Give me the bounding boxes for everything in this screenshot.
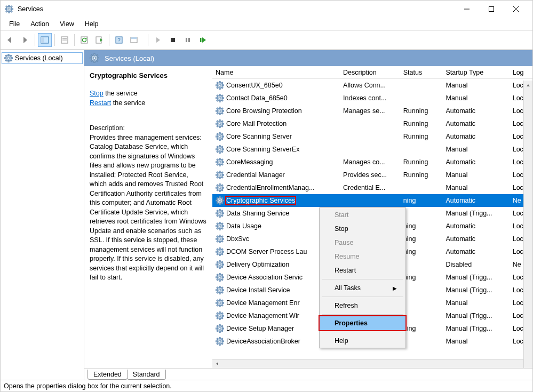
stop-service-button[interactable] (166, 33, 180, 47)
service-startup: Manual (442, 92, 509, 105)
service-startup: Manual (Trigg... (442, 284, 509, 297)
restart-service-button[interactable] (196, 33, 210, 47)
svg-rect-11 (489, 7, 494, 12)
service-description: Allows Conn... (340, 79, 400, 92)
forward-button[interactable] (18, 33, 32, 47)
menu-help[interactable]: Help (79, 20, 104, 28)
table-row[interactable]: Contact Data_685e0Indexes cont...ManualL… (212, 92, 532, 105)
menu-view[interactable]: View (54, 20, 79, 28)
service-name: CoreMessaging (226, 158, 273, 166)
cm-refresh[interactable]: Refresh (320, 299, 405, 313)
table-row[interactable]: Cryptographic ServicesningAutomaticNe (212, 194, 532, 207)
service-status: ning (400, 194, 443, 207)
detail-pane: Cryptographic Services Stop the service … (84, 67, 212, 368)
table-row[interactable]: CredentialEnrollmentManag...Credential E… (212, 181, 532, 194)
svg-rect-25 (131, 37, 137, 39)
cm-help[interactable]: Help (320, 334, 405, 348)
restart-suffix: the service (111, 99, 145, 107)
header-icon (90, 53, 99, 63)
back-button[interactable] (3, 33, 17, 47)
service-icon (216, 81, 224, 90)
svg-rect-28 (188, 38, 190, 42)
tab-standard[interactable]: Standard (127, 370, 166, 380)
service-startup: Manual (442, 79, 509, 92)
service-startup: Manual (Trigg... (442, 322, 509, 335)
service-startup: Automatic (442, 130, 509, 143)
menu-action[interactable]: Action (25, 20, 54, 28)
service-icon (216, 222, 224, 230)
start-service-button[interactable] (151, 33, 165, 47)
refresh-button[interactable] (77, 33, 91, 47)
vertical-scrollbar[interactable] (523, 81, 532, 368)
show-hide-action-button[interactable] (127, 33, 141, 47)
service-description (340, 194, 400, 207)
service-name: Data Usage (226, 222, 261, 230)
close-button[interactable] (504, 1, 528, 17)
cm-stop[interactable]: Stop (320, 222, 405, 236)
service-icon (216, 94, 224, 102)
scroll-up-icon[interactable] (524, 81, 532, 90)
service-name: Device Association Servic (226, 274, 303, 281)
svg-rect-15 (41, 37, 44, 43)
table-row[interactable]: Core Browsing ProtectionManages se...Run… (212, 105, 532, 117)
service-status (400, 207, 443, 220)
service-startup: Automatic (442, 233, 509, 245)
table-row[interactable]: Core Scanning ServerRunningAutomaticLoc (212, 130, 532, 143)
svg-rect-29 (200, 38, 202, 42)
minimize-button[interactable] (455, 1, 479, 17)
submenu-arrow-icon: ▶ (393, 285, 397, 291)
service-name: Core Scanning ServerEx (226, 146, 300, 153)
menu-bar: File Action View Help (1, 18, 532, 30)
help-button[interactable]: ? (112, 33, 126, 47)
cm-start[interactable]: Start (320, 208, 405, 222)
col-name[interactable]: Name (212, 67, 340, 79)
service-startup: Automatic (442, 105, 509, 117)
right-pane-title: Services (Local) (105, 54, 154, 62)
cm-properties[interactable]: Properties (320, 316, 405, 330)
col-startup[interactable]: Startup Type (442, 67, 509, 79)
col-description[interactable]: Description (340, 67, 400, 79)
table-row[interactable]: CoreMessagingManages co...RunningAutomat… (212, 156, 532, 169)
properties-button[interactable] (58, 33, 71, 47)
table-row[interactable]: Credential ManagerProvides sec...Running… (212, 169, 532, 181)
service-status (400, 143, 443, 156)
service-status (400, 297, 443, 309)
service-icon (216, 324, 224, 333)
service-name: Data Sharing Service (226, 210, 289, 217)
tree-node-services-local[interactable]: Services (Local) (2, 52, 83, 64)
service-icon (216, 247, 224, 256)
menu-file[interactable]: File (4, 20, 25, 28)
service-icon (216, 183, 224, 192)
status-bar: Opens the properties dialog box for the … (1, 380, 532, 391)
maximize-button[interactable] (479, 1, 504, 17)
table-row[interactable]: Core Scanning ServerExManualLoc (212, 143, 532, 156)
service-name: Device Setup Manager (226, 325, 294, 332)
cm-pause[interactable]: Pause (320, 236, 405, 250)
show-hide-tree-button[interactable] (38, 33, 52, 47)
context-menu: Start Stop Pause Resume Restart All Task… (319, 207, 406, 348)
service-icon (216, 107, 224, 115)
cm-all-tasks[interactable]: All Tasks▶ (320, 281, 405, 295)
cm-restart[interactable]: Restart (320, 263, 405, 277)
right-pane-header: Services (Local) (84, 50, 532, 67)
service-title: Cryptographic Services (90, 71, 207, 81)
horizontal-scrollbar[interactable] (212, 359, 532, 368)
app-icon (5, 5, 13, 13)
export-button[interactable] (92, 33, 106, 47)
table-row[interactable]: Core Mail ProtectionRunningAutomaticLoc (212, 117, 532, 130)
col-logon[interactable]: Log (510, 67, 532, 79)
scroll-left-icon[interactable] (212, 360, 221, 368)
service-startup: Automatic (442, 245, 509, 258)
table-row[interactable]: ConsentUX_685e0Allows Conn...ManualLoc (212, 79, 532, 92)
cm-resume[interactable]: Resume (320, 250, 405, 263)
tab-extended[interactable]: Extended (87, 370, 128, 380)
pause-service-button[interactable] (181, 33, 195, 47)
list-scroll-area[interactable]: Name Description Status Startup Type Log… (212, 67, 532, 359)
col-status[interactable]: Status (400, 67, 443, 79)
restart-link[interactable]: Restart (90, 99, 111, 107)
stop-link[interactable]: Stop (90, 90, 104, 97)
service-name: Device Management Wir (226, 312, 299, 319)
service-startup: Automatic (442, 156, 509, 169)
service-startup: Manual (442, 143, 509, 156)
service-name: CredentialEnrollmentManag... (226, 184, 314, 191)
